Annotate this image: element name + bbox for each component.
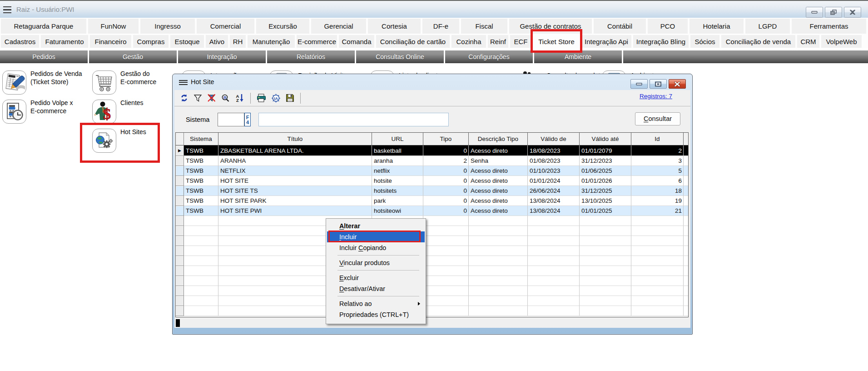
menu-integra-o-api[interactable]: Integração Api — [581, 35, 631, 48]
table-row[interactable]: TSWBHOT SITE PWIhotsiteowi0Acesso direto… — [176, 206, 688, 216]
window-minimize-button[interactable] — [630, 79, 648, 89]
f4-lookup-button[interactable]: F4 — [244, 113, 251, 126]
menu-ativo[interactable]: Ativo — [206, 35, 228, 48]
refresh-icon[interactable] — [180, 94, 188, 102]
menu-volpeweb[interactable]: VolpeWeb — [821, 35, 862, 48]
save-icon[interactable] — [286, 94, 294, 102]
nav-integra-o[interactable]: Integração — [178, 50, 266, 63]
print-icon[interactable] — [257, 94, 266, 102]
menu-cortesia[interactable]: Cortesia — [368, 19, 421, 34]
records-count-link[interactable]: Registros: 7 — [640, 93, 672, 100]
menu-integra-o-bling[interactable]: Integração Bling — [633, 35, 689, 48]
close-button[interactable] — [844, 7, 861, 18]
col-header-t-tulo[interactable]: Título — [218, 133, 372, 145]
menu-estoque[interactable]: Estoque — [170, 35, 204, 48]
context-item-propriedades-ctrl-t-[interactable]: Propriedades (CTRL+T) — [327, 309, 425, 320]
menu-funnow[interactable]: FunNow — [88, 19, 139, 34]
menu-retaguarda-parque[interactable]: Retaguarda Parque — [1, 19, 86, 34]
menu-pco[interactable]: PCO — [648, 19, 688, 34]
menu-rh[interactable]: RH — [230, 35, 246, 48]
menu-compras[interactable]: Compras — [133, 35, 169, 48]
app-titlebar: Raiz - Usuário:PWI — [0, 0, 868, 18]
table-row[interactable]: TSWBNETFLIXnetflix0Acesso direto01/10/20… — [176, 166, 688, 176]
table-row[interactable]: TSWBHOT SITEhotsite0Acesso direto01/01/2… — [176, 176, 688, 186]
col-header-tipo[interactable]: Tipo — [423, 133, 469, 145]
menu-crm[interactable]: CRM — [797, 35, 819, 48]
context-item-relativo-ao[interactable]: Relativo ao — [327, 298, 425, 309]
consultar-button[interactable]: Consultar — [635, 112, 680, 125]
cell-filler — [684, 216, 688, 226]
app-title: Raiz - Usuário:PWI — [16, 1, 74, 18]
cell: HOT SITE — [218, 176, 372, 186]
empty-cell — [423, 266, 469, 276]
minimize-button[interactable] — [806, 7, 823, 18]
table-row[interactable]: ▶TSWBZBASKETBALL ARENA LTDA.basketball0A… — [176, 145, 688, 156]
sort-az-icon[interactable]: A Z — [235, 94, 244, 102]
menu-financeiro[interactable]: Financeiro — [90, 35, 131, 48]
menu-icon[interactable] — [3, 6, 11, 14]
clear-filter-icon[interactable] — [207, 94, 216, 102]
menu-comercial[interactable]: Comercial — [197, 19, 254, 34]
col-header-id[interactable]: Id — [631, 133, 684, 145]
menu-excurs-o[interactable]: Excursão — [256, 19, 309, 34]
nav-bar: PedidosGestãoIntegraçãoRelatóriosConsult… — [0, 50, 868, 63]
col-header-sistema[interactable]: Sistema — [184, 133, 218, 145]
menu-gerencial[interactable]: Gerencial — [311, 19, 366, 34]
table-row[interactable]: TSWBHOT SITE TShotsitets0Acesso direto26… — [176, 186, 688, 196]
zoom-records-icon[interactable]: n — [221, 94, 230, 102]
menu-faturamento[interactable]: Faturamento — [41, 35, 88, 48]
menu-cadastros[interactable]: Cadastros — [1, 35, 39, 48]
maximize-button[interactable] — [825, 7, 842, 18]
nav-gest-o[interactable]: Gestão — [89, 50, 177, 63]
menu-cont-bil[interactable]: Contábil — [594, 19, 646, 34]
window-maximize-button[interactable] — [650, 79, 667, 89]
window-toolbar: n A Z — [174, 90, 690, 106]
sistema-code-input[interactable] — [218, 113, 244, 126]
context-item-alterar[interactable]: Alterar — [327, 221, 425, 231]
menu-concilia-o-de-cart-o[interactable]: Conciliação de cartão — [376, 35, 450, 48]
table-row[interactable]: TSWBARANHAaranha2Senha01/08/202331/12/20… — [176, 156, 688, 166]
col-header-descri-o-tipo[interactable]: Descrição Tipo — [469, 133, 528, 145]
menu-s-cios[interactable]: Sócios — [690, 35, 719, 48]
nav-pedidos[interactable]: Pedidos — [0, 50, 88, 63]
menu-ecf[interactable]: ECF — [510, 35, 531, 48]
filter-icon[interactable] — [193, 94, 202, 102]
menu-comanda[interactable]: Comanda — [339, 35, 374, 48]
col-header-url[interactable]: URL — [372, 133, 423, 145]
menu-concilia-o-de-venda[interactable]: Conciliação de venda — [721, 35, 795, 48]
table-row[interactable]: TSWBHOT SITE PARKpark0Acesso direto13/08… — [176, 196, 688, 206]
menu-reinf[interactable]: Reinf — [488, 35, 508, 48]
menu-ferramentas[interactable]: Ferramentas — [792, 19, 866, 34]
menu-manuten-o[interactable]: Manutenção — [248, 35, 295, 48]
menu-ingresso[interactable]: Ingresso — [140, 19, 195, 34]
empty-cell — [184, 236, 218, 246]
window-menu-icon[interactable] — [179, 80, 188, 85]
empty-cell — [631, 266, 684, 276]
menu-fiscal[interactable]: Fiscal — [461, 19, 507, 34]
menu-cozinha[interactable]: Cozinha — [451, 35, 486, 48]
window-close-button[interactable] — [669, 79, 686, 89]
context-item-desativar-ativar[interactable]: Desativar/Ativar — [327, 283, 425, 294]
menu-e-commerce[interactable]: E-commerce — [297, 35, 337, 48]
context-item-vincular-produtos[interactable]: Vincular produtos — [327, 257, 425, 268]
desktop: Integrações Revisão de Visita Lista de c… — [0, 63, 868, 371]
ia-icon[interactable]: IA — [271, 94, 281, 103]
row-indicator — [176, 156, 184, 166]
menu-df-e[interactable]: DF-e — [422, 19, 459, 34]
cell: 0 — [423, 206, 469, 216]
nav-configura-es[interactable]: Configurações — [445, 50, 533, 63]
cell: 0 — [423, 196, 469, 206]
empty-cell — [528, 226, 580, 236]
context-item-excluir[interactable]: Excluir — [327, 272, 425, 283]
col-header-v-lido-at-[interactable]: Válido até — [580, 133, 631, 145]
nav-relat-rios[interactable]: Relatórios — [267, 50, 355, 63]
sistema-text-input[interactable] — [258, 113, 449, 126]
cell: 31/12/2023 — [580, 156, 631, 166]
context-item-incluir-copiando[interactable]: Incluir Copiando — [327, 242, 425, 253]
col-header-v-lido-de[interactable]: Válido de — [528, 133, 580, 145]
menu-lgpd[interactable]: LGPD — [745, 19, 790, 34]
cell-filler — [684, 226, 688, 236]
menu-hotelaria[interactable]: Hotelaria — [689, 19, 744, 34]
hot-site-titlebar[interactable]: Hot Site — [173, 74, 692, 90]
nav-consultas-online[interactable]: Consultas Online — [356, 50, 444, 63]
